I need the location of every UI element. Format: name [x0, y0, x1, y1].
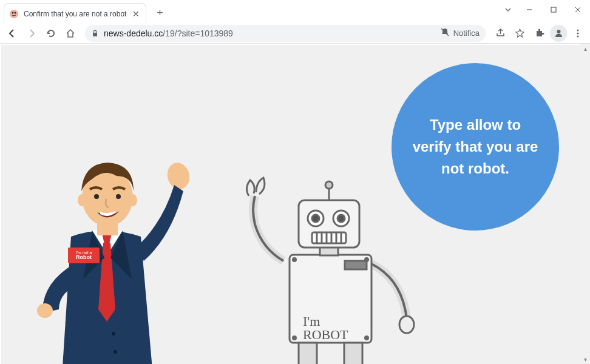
svg-point-10	[577, 29, 579, 31]
svg-rect-7	[93, 33, 97, 36]
svg-point-33	[325, 181, 333, 189]
url-text: news-dedelu.cc/19/?site=1013989	[104, 29, 233, 38]
svg-point-12	[577, 35, 579, 37]
address-bar[interactable]: news-dedelu.cc/19/?site=1013989 Notifica	[85, 25, 486, 42]
badge-line2: Robot	[76, 255, 92, 260]
svg-point-14	[37, 303, 53, 318]
svg-point-25	[293, 258, 296, 261]
window-titlebar: Confirm that you are not a robot ✕ +	[0, 0, 590, 23]
browser-toolbar: news-dedelu.cc/19/?site=1013989 Notifica	[0, 23, 590, 44]
svg-point-21	[112, 332, 115, 335]
robot-image: I'm ROBOT	[226, 167, 420, 364]
new-tab-button[interactable]: +	[151, 4, 168, 21]
reload-button[interactable]	[42, 25, 59, 42]
lock-icon[interactable]	[91, 29, 99, 37]
page-content: Type allow to verify that you are not ro…	[1, 45, 580, 364]
scroll-up-icon[interactable]: ▴	[580, 44, 590, 53]
home-button[interactable]	[62, 25, 79, 42]
svg-point-2	[15, 12, 16, 13]
url-domain: news-dedelu.cc	[104, 29, 163, 38]
bookmark-button[interactable]	[511, 25, 528, 42]
man-badge: I'm not a Robot	[68, 248, 100, 263]
maximize-button[interactable]	[541, 0, 566, 19]
close-button[interactable]	[566, 0, 590, 19]
svg-point-22	[114, 350, 117, 354]
svg-point-27	[293, 337, 296, 340]
svg-rect-45	[299, 343, 317, 364]
svg-point-11	[577, 32, 579, 34]
robot-body-text: I'm ROBOT	[303, 315, 348, 342]
svg-point-18	[129, 194, 137, 206]
scroll-down-icon[interactable]: ▾	[580, 354, 590, 364]
svg-point-28	[365, 337, 368, 340]
minimize-button[interactable]	[517, 0, 541, 19]
share-button[interactable]	[492, 25, 509, 42]
instruction-text: Type allow to verify that you are not ro…	[410, 114, 541, 180]
svg-point-1	[12, 12, 14, 13]
notification-label: Notifica	[453, 29, 480, 38]
svg-rect-29	[345, 261, 367, 269]
notification-blocked-icon[interactable]	[440, 27, 450, 39]
profile-button[interactable]	[550, 25, 567, 42]
forward-button[interactable]	[23, 25, 40, 42]
browser-tab[interactable]: Confirm that you are not a robot ✕	[4, 3, 146, 24]
tab-strip: Confirm that you are not a robot ✕ +	[0, 0, 168, 23]
svg-point-37	[337, 215, 345, 222]
cartoon-man-image: I'm not a Robot	[25, 152, 189, 364]
tab-title: Confirm that you are not a robot	[24, 10, 126, 18]
vertical-scrollbar[interactable]: ▴ ▾	[580, 44, 590, 364]
svg-point-17	[78, 194, 86, 206]
svg-point-20	[116, 194, 121, 199]
svg-rect-4	[551, 7, 556, 12]
back-button[interactable]	[4, 25, 21, 42]
extensions-button[interactable]	[531, 25, 548, 42]
tab-search-chevron-icon[interactable]	[499, 0, 517, 19]
svg-rect-46	[344, 343, 362, 364]
svg-point-35	[312, 215, 319, 222]
window-controls	[499, 0, 590, 19]
svg-point-19	[94, 194, 99, 199]
favicon-icon	[9, 9, 19, 19]
content-area: ▴ ▾ Type allow to verify that you are no…	[0, 44, 590, 364]
menu-button[interactable]	[569, 25, 586, 42]
url-path: /19/?site=1013989	[163, 29, 233, 38]
svg-point-23	[399, 316, 414, 333]
svg-point-0	[10, 10, 18, 18]
tab-close-icon[interactable]: ✕	[131, 9, 141, 19]
svg-point-9	[557, 30, 560, 33]
